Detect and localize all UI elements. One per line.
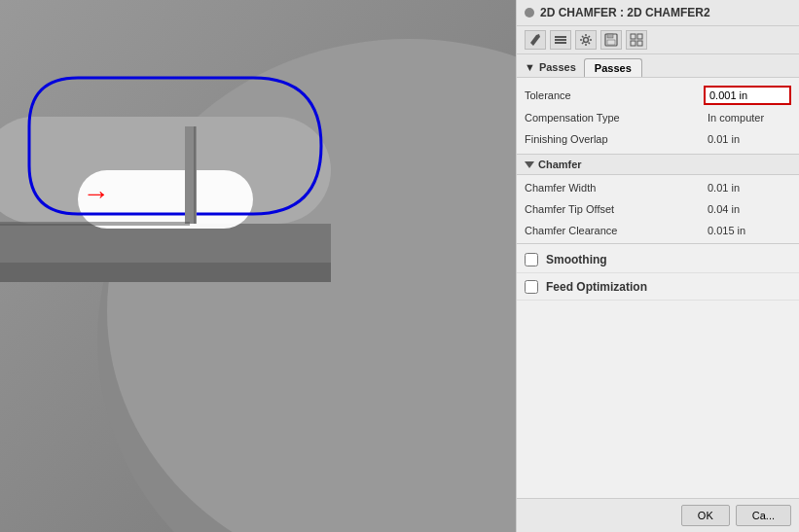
chamfer-tip-offset-row: Chamfer Tip Offset 0.04 in: [517, 198, 799, 220]
status-indicator: [525, 8, 534, 18]
svg-rect-20: [637, 41, 642, 46]
feed-optimization-checkbox[interactable]: [525, 280, 538, 294]
svg-point-13: [584, 38, 589, 43]
svg-rect-10: [555, 36, 566, 38]
finishing-overlap-label: Finishing Overlap: [525, 133, 704, 145]
svg-rect-17: [631, 34, 636, 39]
smoothing-label: Smoothing: [546, 253, 607, 266]
chamfer-section-label: Chamfer: [538, 159, 582, 170]
toolbar-gear-btn[interactable]: [575, 30, 597, 50]
toolbar-grid-btn[interactable]: [626, 30, 647, 50]
chamfer-collapse-icon: [525, 161, 534, 168]
feed-optimization-row: Feed Optimization: [517, 273, 799, 301]
triangle-down-icon: ▼: [525, 61, 535, 73]
settings-panel: 2D CHAMFER : 2D CHAMFER2 ▼ Passes Passes…: [516, 0, 799, 532]
3d-viewport: ←: [0, 0, 516, 532]
chamfer-width-value: 0.01 in: [704, 182, 791, 194]
title-bar: 2D CHAMFER : 2D CHAMFER2: [517, 0, 799, 26]
section-label: ▼ Passes: [525, 61, 576, 77]
tolerance-row: Tolerance: [517, 84, 799, 107]
svg-rect-19: [631, 41, 636, 46]
compensation-type-value: In computer: [704, 112, 791, 124]
compensation-type-row: Compensation Type In computer: [517, 107, 799, 128]
svg-rect-15: [607, 34, 613, 38]
toolbar-save-btn[interactable]: [600, 30, 622, 50]
tab-passes[interactable]: Passes: [584, 58, 642, 77]
finishing-overlap-value: 0.01 in: [704, 133, 791, 145]
smoothing-row: Smoothing: [517, 246, 799, 273]
toolbar-pencil-btn[interactable]: [525, 30, 546, 50]
tolerance-input[interactable]: [704, 86, 791, 105]
chamfer-width-label: Chamfer Width: [525, 182, 704, 194]
toolbar-layers-btn[interactable]: [550, 30, 571, 50]
chamfer-tip-offset-label: Chamfer Tip Offset: [525, 203, 704, 215]
svg-rect-11: [555, 39, 566, 41]
svg-rect-12: [555, 42, 566, 44]
feed-optimization-label: Feed Optimization: [546, 280, 647, 294]
dialog-title: 2D CHAMFER : 2D CHAMFER2: [540, 6, 710, 19]
svg-rect-16: [607, 40, 615, 45]
content-area: Tolerance Compensation Type In computer …: [517, 78, 799, 498]
direction-arrow: ←: [83, 180, 110, 211]
tolerance-label: Tolerance: [525, 89, 704, 101]
smoothing-checkbox[interactable]: [525, 253, 538, 266]
svg-rect-5: [0, 263, 331, 282]
bottom-bar: OK Ca...: [517, 498, 799, 532]
chamfer-clearance-row: Chamfer Clearance 0.015 in: [517, 220, 799, 241]
chamfer-section-header[interactable]: Chamfer: [517, 154, 799, 175]
chamfer-clearance-value: 0.015 in: [704, 225, 791, 236]
svg-rect-9: [0, 222, 190, 226]
svg-rect-18: [637, 34, 642, 39]
chamfer-tip-offset-value: 0.04 in: [704, 203, 791, 215]
finishing-overlap-row: Finishing Overlap 0.01 in: [517, 128, 799, 150]
chamfer-width-row: Chamfer Width 0.01 in: [517, 177, 799, 198]
toolbar: [517, 26, 799, 54]
chamfer-clearance-label: Chamfer Clearance: [525, 225, 704, 236]
cancel-button[interactable]: Ca...: [736, 505, 791, 526]
compensation-type-label: Compensation Type: [525, 112, 704, 124]
ok-button[interactable]: OK: [681, 505, 730, 526]
tab-bar: ▼ Passes Passes: [517, 54, 799, 78]
